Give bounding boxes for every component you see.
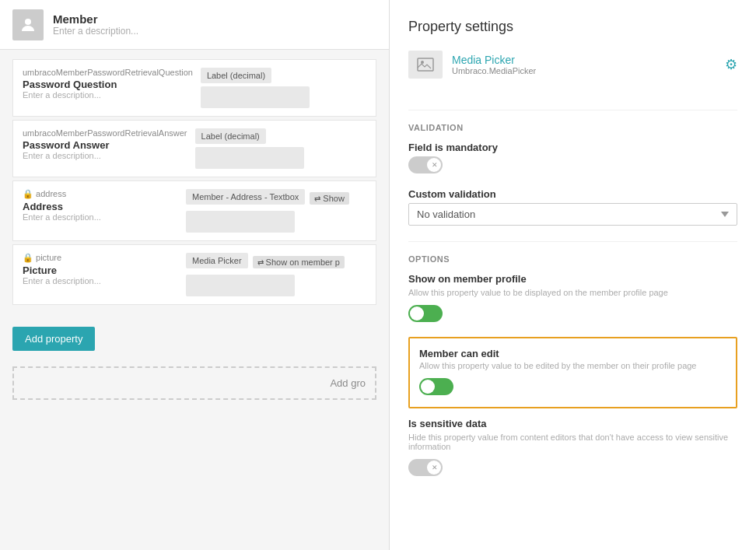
toggle-x-icon: ✕ bbox=[432, 161, 438, 169]
property-input-placeholder bbox=[201, 86, 310, 108]
left-panel: Member Enter a description... umbracoMem… bbox=[0, 0, 389, 550]
svg-rect-1 bbox=[418, 58, 433, 71]
property-left: umbracoMemberPasswordRetrievalQuestion P… bbox=[23, 68, 193, 100]
property-type-badge: Media Picker bbox=[186, 253, 248, 268]
member-can-edit-desc: Allow this property value to be edited b… bbox=[419, 361, 726, 370]
member-title: Member bbox=[53, 12, 138, 26]
show-on-profile-slider: ✓ bbox=[408, 305, 443, 322]
lock-icon: 🔒 bbox=[23, 253, 33, 262]
options-section: Options Show on member profile Allow thi… bbox=[408, 254, 737, 478]
member-can-edit-label: Member can edit bbox=[419, 348, 726, 359]
property-type-badge: Label (decimal) bbox=[201, 68, 271, 83]
property-name: Password Answer bbox=[23, 139, 187, 151]
property-left: 🔒 address Address Enter a description... bbox=[23, 189, 178, 222]
properties-area: umbracoMemberPasswordRetrievalQuestion P… bbox=[0, 50, 389, 317]
svg-point-2 bbox=[421, 61, 424, 64]
media-icon-box bbox=[408, 51, 443, 79]
property-name: Address bbox=[23, 201, 178, 212]
right-panel: Property settings Media Picker Umbraco.M… bbox=[389, 0, 756, 550]
settings-title: Property settings bbox=[408, 19, 737, 35]
property-left: 🔒 picture Picture Enter a description... bbox=[23, 253, 178, 286]
options-section-label: Options bbox=[408, 254, 737, 264]
property-desc: Enter a description... bbox=[23, 276, 178, 286]
property-input-placeholder bbox=[195, 147, 304, 169]
divider bbox=[408, 241, 737, 242]
member-header: Member Enter a description... bbox=[0, 0, 389, 50]
media-picker-type: Umbraco.MediaPicker bbox=[452, 66, 716, 75]
divider bbox=[408, 110, 737, 110]
member-can-edit-box: Member can edit Allow this property valu… bbox=[408, 337, 737, 408]
svg-point-0 bbox=[25, 19, 31, 25]
is-sensitive-toggle[interactable]: ✕ bbox=[408, 459, 443, 476]
property-type-badge: Member - Address - Textbox bbox=[186, 189, 305, 205]
property-type-badge: Label (decimal) bbox=[195, 128, 266, 144]
property-input-placeholder bbox=[186, 211, 295, 233]
validation-section: Validation Field is mandatory ✕ Custom v… bbox=[408, 123, 737, 226]
property-row: umbracoMemberPasswordRetrievalQuestion P… bbox=[12, 59, 376, 117]
add-property-button[interactable]: Add property bbox=[12, 327, 95, 351]
property-name: Picture bbox=[23, 264, 178, 276]
custom-validation-select[interactable]: No validation Email URL Number bbox=[408, 203, 737, 226]
property-desc: Enter a description... bbox=[23, 151, 187, 160]
media-picker-name: Media Picker bbox=[452, 54, 716, 66]
property-row: umbracoMemberPasswordRetrievalAnswer Pas… bbox=[12, 120, 376, 177]
property-name: Password Question bbox=[23, 79, 193, 90]
mandatory-toggle-slider: ✕ bbox=[408, 156, 443, 173]
property-row: 🔒 picture Picture Enter a description...… bbox=[12, 244, 376, 305]
property-input-placeholder bbox=[186, 275, 295, 296]
mandatory-toggle-wrap: ✕ bbox=[408, 156, 737, 176]
property-desc: Enter a description... bbox=[23, 90, 193, 100]
property-right: Label (decimal) bbox=[201, 68, 366, 108]
property-right: Label (decimal) bbox=[195, 128, 366, 169]
property-alias: 🔒 picture bbox=[23, 253, 178, 263]
mandatory-toggle[interactable]: ✕ bbox=[408, 156, 443, 173]
property-left: umbracoMemberPasswordRetrievalAnswer Pas… bbox=[23, 128, 187, 160]
media-info: Media Picker Umbraco.MediaPicker bbox=[452, 54, 716, 75]
member-info: Member Enter a description... bbox=[53, 12, 138, 37]
property-row: 🔒 address Address Enter a description...… bbox=[12, 180, 376, 241]
toggle-x-icon: ✕ bbox=[432, 464, 438, 471]
property-alias: 🔒 address bbox=[23, 189, 178, 199]
is-sensitive-slider: ✕ bbox=[408, 459, 443, 476]
property-desc: Enter a description... bbox=[23, 212, 178, 222]
show-on-member-tag: ⇄ Show on member p bbox=[253, 256, 345, 268]
is-sensitive-wrap: Is sensitive data Hide this property val… bbox=[408, 418, 737, 478]
toggle-check-icon: ✓ bbox=[424, 383, 430, 391]
toggle-check-icon: ✓ bbox=[413, 310, 419, 317]
mandatory-label: Field is mandatory bbox=[408, 142, 737, 153]
show-on-profile-toggle[interactable]: ✓ bbox=[408, 305, 443, 322]
property-right: Member - Address - Textbox ⇄ Show bbox=[186, 189, 366, 233]
member-can-edit-slider: ✓ bbox=[419, 378, 453, 395]
gear-icon[interactable]: ⚙ bbox=[725, 56, 737, 73]
show-on-member-tag: ⇄ Show bbox=[310, 192, 349, 205]
is-sensitive-label: Is sensitive data bbox=[408, 418, 737, 429]
member-can-edit-toggle[interactable]: ✓ bbox=[419, 378, 453, 395]
media-picker-row: Media Picker Umbraco.MediaPicker ⚙ bbox=[408, 51, 737, 91]
property-alias: umbracoMemberPasswordRetrievalQuestion bbox=[23, 68, 193, 77]
custom-validation-label: Custom validation bbox=[408, 188, 737, 200]
property-alias: umbracoMemberPasswordRetrievalAnswer bbox=[23, 128, 187, 138]
show-on-profile-wrap: Show on member profile Allow this proper… bbox=[408, 273, 737, 324]
member-description: Enter a description... bbox=[53, 26, 138, 37]
show-on-profile-desc: Allow this property value to be displaye… bbox=[408, 288, 737, 297]
add-group-row: Add gro bbox=[12, 366, 376, 400]
validation-section-label: Validation bbox=[408, 123, 737, 132]
avatar bbox=[12, 9, 44, 40]
property-right: Media Picker ⇄ Show on member p bbox=[186, 253, 366, 296]
show-on-profile-label: Show on member profile bbox=[408, 273, 737, 285]
is-sensitive-desc: Hide this property value from content ed… bbox=[408, 433, 737, 451]
lock-icon: 🔒 bbox=[23, 189, 33, 198]
